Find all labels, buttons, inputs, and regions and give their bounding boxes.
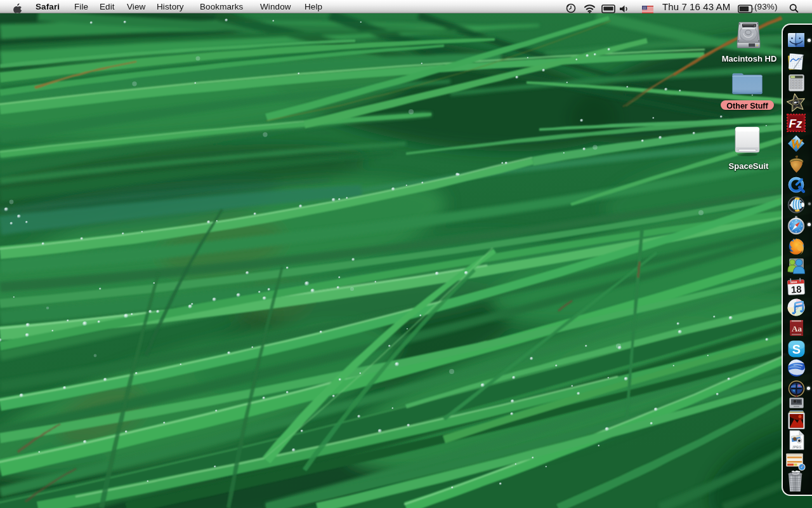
svg-text:JPEG: JPEG <box>792 445 801 449</box>
svg-text:Aa: Aa <box>792 324 802 333</box>
svg-text:W: W <box>790 137 803 152</box>
svg-text:Fz: Fz <box>789 117 802 130</box>
svg-text:18: 18 <box>790 284 802 295</box>
svg-text:S: S <box>792 342 801 356</box>
